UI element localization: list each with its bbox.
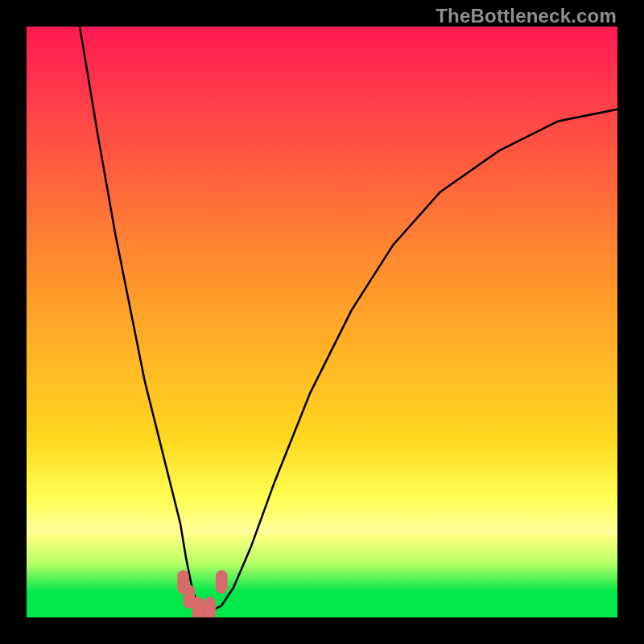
marker-point bbox=[216, 570, 228, 593]
highlight-markers bbox=[177, 570, 227, 617]
marker-point bbox=[192, 597, 204, 617]
bottleneck-curve bbox=[80, 27, 617, 612]
curve-layer bbox=[27, 27, 617, 617]
watermark-text: TheBottleneck.com bbox=[436, 5, 617, 27]
marker-point bbox=[204, 597, 216, 617]
plot-area bbox=[27, 27, 617, 617]
chart-frame: TheBottleneck.com bbox=[0, 0, 644, 644]
